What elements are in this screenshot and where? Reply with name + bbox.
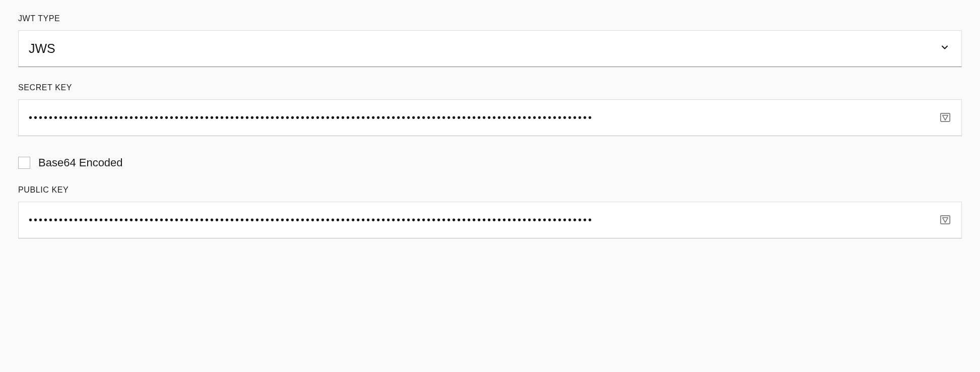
base64-checkbox-row: Base64 Encoded (18, 156, 962, 169)
base64-checkbox-label[interactable]: Base64 Encoded (38, 156, 123, 169)
jwt-type-select-wrap: JWS (18, 30, 962, 67)
public-key-field: PUBLIC KEY (18, 185, 962, 238)
reveal-password-icon[interactable] (939, 111, 952, 124)
reveal-password-icon[interactable] (939, 213, 952, 226)
public-key-input[interactable] (18, 202, 962, 238)
secret-key-field: SECRET KEY (18, 83, 962, 136)
secret-key-label: SECRET KEY (18, 83, 962, 92)
secret-key-input-wrap (18, 99, 962, 136)
jwt-type-label: JWT TYPE (18, 14, 962, 23)
public-key-input-wrap (18, 202, 962, 238)
base64-checkbox[interactable] (18, 157, 30, 169)
jwt-type-field: JWT TYPE JWS (18, 14, 962, 67)
secret-key-input[interactable] (18, 99, 962, 136)
jwt-type-select[interactable]: JWS (18, 30, 962, 67)
public-key-label: PUBLIC KEY (18, 185, 962, 195)
